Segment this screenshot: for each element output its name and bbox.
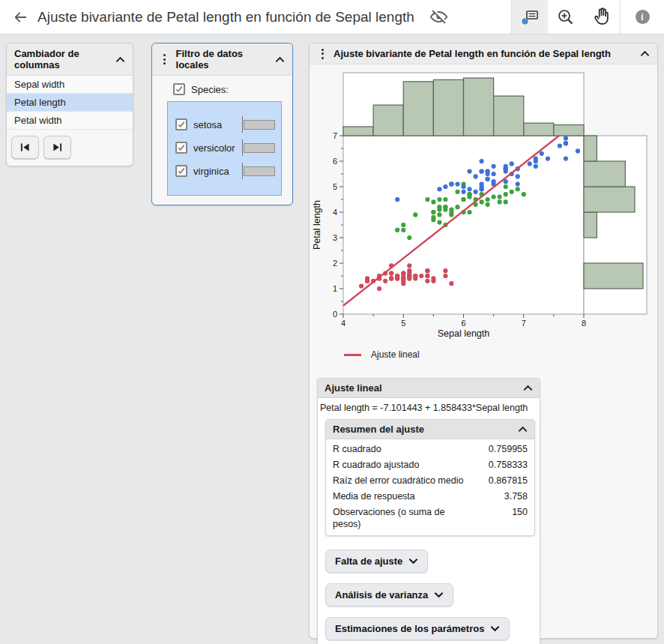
filter-item-virginica[interactable]: virginica (175, 163, 275, 179)
scatter-point-virginica[interactable] (516, 174, 520, 178)
chevron-up-icon[interactable] (640, 50, 650, 57)
scatter-point-versicolor[interactable] (467, 195, 471, 199)
scatter-point-versicolor[interactable] (504, 199, 508, 204)
local-data-filter-header[interactable]: Filtro de datos locales (152, 43, 292, 76)
scatter-point-setosa[interactable] (449, 281, 453, 286)
collapsed-section-estimaciones-de-los-par-metros[interactable]: Estimaciones de los parámetros (325, 617, 510, 640)
scatter-point-setosa[interactable] (365, 279, 369, 283)
scatter-point-setosa[interactable] (395, 276, 399, 280)
scatter-point-versicolor[interactable] (395, 228, 399, 232)
scatter-point-versicolor[interactable] (492, 195, 496, 199)
scatter-point-setosa[interactable] (359, 284, 363, 289)
scatter-point-versicolor[interactable] (486, 197, 490, 202)
chevron-up-icon[interactable] (115, 56, 125, 63)
scatter-point-versicolor[interactable] (504, 192, 508, 196)
scatter-point-virginica[interactable] (480, 169, 484, 174)
scatter-point-versicolor[interactable] (401, 223, 405, 227)
collapsed-section-falta-de-ajuste[interactable]: Falta de ajuste (325, 550, 428, 573)
scatter-point-virginica[interactable] (558, 144, 562, 148)
scatter-point-setosa[interactable] (425, 274, 429, 278)
scatter-point-virginica[interactable] (449, 182, 453, 187)
scatter-point-versicolor[interactable] (455, 205, 459, 209)
scatter-point-versicolor[interactable] (522, 192, 526, 196)
scatter-point-virginica[interactable] (474, 174, 478, 178)
scatter-point-versicolor[interactable] (401, 228, 405, 232)
scatter-point-versicolor[interactable] (443, 197, 447, 202)
scatter-point-versicolor[interactable] (510, 190, 514, 194)
scatter-point-versicolor[interactable] (413, 212, 417, 217)
scatter-point-versicolor[interactable] (431, 199, 435, 204)
versicolor-checkbox[interactable] (175, 142, 187, 154)
scatter-point-setosa[interactable] (407, 271, 411, 276)
setosa-checkbox[interactable] (175, 118, 187, 130)
scatter-point-virginica[interactable] (486, 172, 490, 176)
scatter-point-setosa[interactable] (383, 279, 387, 283)
scatter-point-virginica[interactable] (564, 157, 568, 161)
scatter-point-versicolor[interactable] (498, 199, 502, 204)
scatter-point-virginica[interactable] (467, 187, 471, 191)
previous-column-button[interactable] (11, 136, 39, 159)
back-arrow-icon[interactable] (9, 6, 31, 28)
scatter-point-virginica[interactable] (474, 190, 478, 194)
bivariate-report-header[interactable]: Ajuste bivariante de Petal length en fun… (310, 43, 657, 64)
scatter-point-virginica[interactable] (516, 182, 520, 187)
scatter-point-virginica[interactable] (534, 159, 538, 163)
chevron-up-icon[interactable] (518, 426, 528, 433)
scatter-point-versicolor[interactable] (437, 220, 441, 225)
scatter-point-setosa[interactable] (443, 268, 447, 273)
virginica-checkbox[interactable] (175, 165, 187, 177)
pan-hand-tool-icon[interactable] (584, 0, 620, 34)
column-item-sepal-width[interactable]: Sepal width (7, 76, 133, 94)
zoom-in-tool-icon[interactable] (548, 0, 584, 34)
scatter-point-virginica[interactable] (492, 172, 496, 176)
chevron-up-icon[interactable] (275, 56, 285, 63)
scatter-point-versicolor[interactable] (467, 210, 471, 214)
column-item-petal-length[interactable]: Petal length (7, 94, 133, 112)
scatter-point-versicolor[interactable] (455, 190, 459, 194)
bivariate-plot[interactable]: 4567801234567Petal lengthSepal length (310, 69, 654, 343)
scatter-point-setosa[interactable] (401, 276, 405, 280)
scatter-point-virginica[interactable] (395, 197, 399, 202)
scatter-point-setosa[interactable] (431, 279, 435, 283)
scatter-point-setosa[interactable] (413, 274, 417, 278)
scatter-point-virginica[interactable] (455, 182, 459, 187)
scatter-point-virginica[interactable] (492, 164, 496, 169)
scatter-point-setosa[interactable] (389, 271, 393, 276)
next-column-button[interactable] (43, 136, 71, 159)
scatter-point-virginica[interactable] (540, 151, 544, 156)
visibility-off-icon[interactable] (428, 6, 450, 28)
scatter-point-setosa[interactable] (425, 279, 429, 283)
chevron-up-icon[interactable] (523, 385, 533, 391)
scatter-point-virginica[interactable] (564, 136, 568, 140)
scatter-point-virginica[interactable] (461, 184, 465, 189)
linear-fit-header[interactable]: Ajuste lineal (318, 379, 540, 398)
scatter-point-setosa[interactable] (425, 268, 429, 273)
scatter-point-virginica[interactable] (437, 187, 441, 191)
scatter-point-virginica[interactable] (576, 148, 580, 153)
scatter-point-setosa[interactable] (407, 263, 411, 268)
scatter-point-virginica[interactable] (528, 161, 532, 166)
fit-summary-header[interactable]: Resumen del ajuste (326, 420, 534, 439)
scatter-point-versicolor[interactable] (437, 197, 441, 202)
scatter-point-versicolor[interactable] (498, 195, 502, 199)
species-checkbox[interactable] (173, 83, 185, 95)
scatter-point-virginica[interactable] (504, 166, 508, 171)
scatter-point-virginica[interactable] (480, 184, 484, 189)
scatter-point-virginica[interactable] (480, 159, 484, 163)
kebab-menu-icon[interactable] (317, 49, 328, 59)
scatter-point-virginica[interactable] (486, 177, 490, 181)
scatter-point-setosa[interactable] (443, 274, 447, 278)
label-tool-icon[interactable] (512, 0, 548, 34)
scatter-point-virginica[interactable] (510, 161, 514, 166)
scatter-point-virginica[interactable] (546, 157, 550, 161)
collapsed-section-an-lisis-de-varianza[interactable]: Análisis de varianza (325, 583, 453, 607)
scatter-point-virginica[interactable] (534, 164, 538, 169)
scatter-point-versicolor[interactable] (425, 197, 429, 202)
column-switcher-header[interactable]: Cambiador de columnas (7, 43, 133, 76)
filter-item-setosa[interactable]: setosa (175, 116, 275, 133)
scatter-point-virginica[interactable] (492, 179, 496, 184)
info-icon[interactable]: i (621, 0, 664, 34)
scatter-point-versicolor[interactable] (449, 210, 453, 214)
scatter-point-setosa[interactable] (377, 286, 381, 291)
scatter-point-virginica[interactable] (443, 184, 447, 189)
